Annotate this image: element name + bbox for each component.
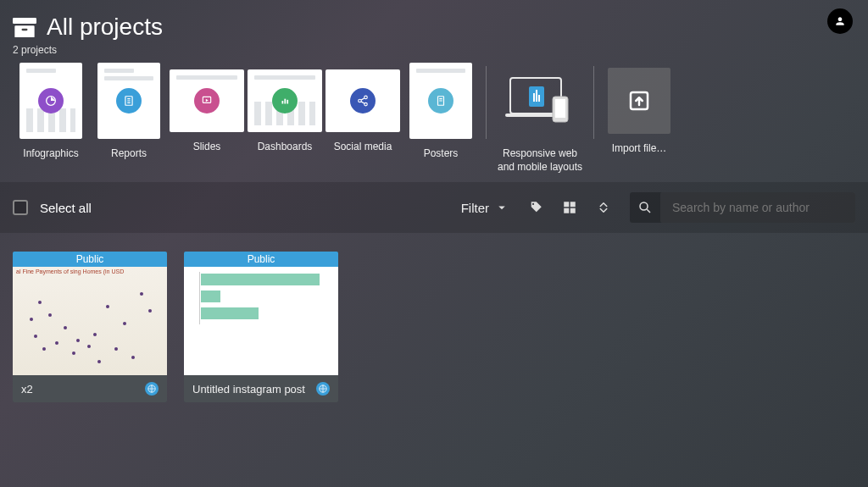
select-all-label[interactable]: Select all <box>40 201 92 215</box>
template-dashboards[interactable]: Dashboards <box>247 63 323 154</box>
svg-line-34 <box>647 209 650 213</box>
svg-rect-32 <box>570 208 576 213</box>
import-icon <box>626 88 652 113</box>
sort-icon <box>596 200 611 215</box>
template-reports[interactable]: Reports <box>91 63 167 161</box>
template-row: Infographics Reports Slides Dashboards <box>0 63 868 174</box>
svg-rect-2 <box>21 29 27 30</box>
sort-button[interactable] <box>596 200 611 215</box>
page-header: All projects <box>0 0 868 44</box>
template-label: Posters <box>424 147 459 161</box>
svg-line-16 <box>361 102 364 103</box>
page-title: All projects <box>47 14 163 41</box>
chevron-down-icon <box>494 200 509 215</box>
template-label: Import file… <box>612 142 667 156</box>
template-label: Dashboards <box>258 141 313 154</box>
template-label: Infographics <box>23 147 78 161</box>
template-label: Responsive web and mobile layouts <box>493 147 587 174</box>
tag-button[interactable] <box>528 200 543 215</box>
select-all-checkbox[interactable] <box>13 200 28 215</box>
tag-icon <box>528 200 543 215</box>
template-posters[interactable]: Posters <box>403 63 479 161</box>
svg-point-33 <box>640 202 648 210</box>
visibility-badge: Public <box>184 252 338 267</box>
template-divider <box>486 66 487 139</box>
svg-rect-0 <box>13 18 36 24</box>
search-button[interactable] <box>630 192 660 223</box>
template-responsive[interactable]: Responsive web and mobile layouts <box>493 63 587 174</box>
svg-rect-25 <box>538 95 540 102</box>
visibility-badge: Public <box>13 252 167 267</box>
svg-rect-31 <box>564 208 569 213</box>
search-icon <box>637 200 653 215</box>
svg-rect-11 <box>287 100 288 104</box>
project-title: Untitled instagram post <box>192 383 316 396</box>
grid-view-button[interactable] <box>562 200 577 215</box>
devices-icon <box>504 73 576 129</box>
template-label: Reports <box>111 147 147 161</box>
template-import[interactable]: Import file… <box>601 63 677 156</box>
template-social-media[interactable]: Social media <box>325 63 401 154</box>
svg-rect-23 <box>533 93 535 102</box>
project-count: 2 projects <box>0 44 868 63</box>
svg-point-13 <box>359 99 362 102</box>
project-preview <box>184 267 338 375</box>
svg-point-14 <box>364 102 368 106</box>
project-source-icon[interactable] <box>145 382 159 396</box>
svg-rect-10 <box>284 99 286 104</box>
project-source-icon[interactable] <box>316 382 330 396</box>
project-footer: Untitled instagram post <box>184 375 338 402</box>
project-card[interactable]: Public Untitled instagram post <box>184 252 338 402</box>
svg-rect-24 <box>536 90 537 102</box>
project-footer: x2 <box>13 375 167 402</box>
user-avatar[interactable] <box>827 8 853 34</box>
template-infographics[interactable]: Infographics <box>13 63 89 161</box>
svg-line-15 <box>361 98 364 100</box>
template-slides[interactable]: Slides <box>169 63 245 154</box>
project-card[interactable]: Public al Fine Payments of sing Homes (i… <box>13 252 167 402</box>
filter-button[interactable]: Filter <box>461 200 509 215</box>
archive-icon <box>13 18 36 36</box>
template-label: Slides <box>193 141 221 154</box>
svg-point-12 <box>364 96 368 99</box>
project-title: x2 <box>21 383 145 396</box>
projects-grid: Public al Fine Payments of sing Homes (i… <box>0 233 868 421</box>
toolbar: Select all Filter <box>0 182 868 233</box>
svg-rect-30 <box>570 202 576 207</box>
svg-rect-9 <box>282 101 284 104</box>
grid-icon <box>562 200 577 215</box>
template-label: Social media <box>334 141 392 154</box>
project-preview: al Fine Payments of sing Homes (in USD <box>13 267 167 375</box>
search-wrap <box>630 192 855 223</box>
svg-rect-1 <box>14 25 34 37</box>
template-divider <box>593 66 594 139</box>
map-banner-text: al Fine Payments of sing Homes (in USD <box>13 267 167 276</box>
search-input[interactable] <box>660 192 855 223</box>
svg-rect-29 <box>564 202 569 207</box>
svg-rect-27 <box>555 99 565 118</box>
